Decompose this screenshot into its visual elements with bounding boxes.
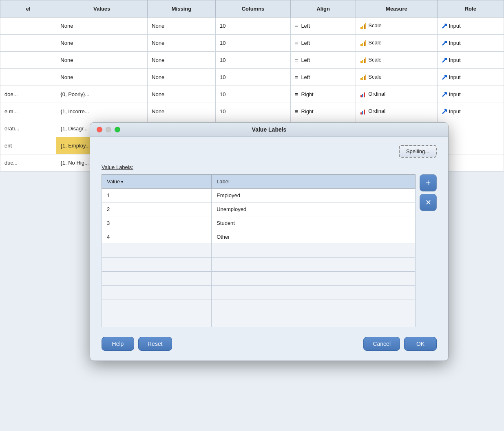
value-row-2[interactable]: 2 Unemployed bbox=[102, 202, 416, 216]
table-area: Value Label 1 Employed 2 Unemployed bbox=[102, 174, 437, 327]
minimize-button[interactable] bbox=[106, 127, 111, 132]
empty-row bbox=[102, 244, 416, 258]
value-cell: 2 bbox=[102, 202, 212, 216]
footer-left-buttons: Help Reset bbox=[102, 337, 172, 351]
value-cell: 3 bbox=[102, 216, 212, 230]
maximize-button[interactable] bbox=[115, 127, 120, 132]
col-header-value[interactable]: Value bbox=[102, 175, 212, 189]
empty-row bbox=[102, 299, 416, 313]
dialog-titlebar: Value Labels bbox=[90, 123, 448, 137]
empty-row bbox=[102, 272, 416, 286]
spelling-button[interactable]: Spelling... bbox=[399, 145, 437, 158]
ok-button[interactable]: OK bbox=[404, 337, 437, 351]
cancel-button[interactable]: Cancel bbox=[363, 337, 400, 351]
footer-right-buttons: Cancel OK bbox=[363, 337, 437, 351]
delete-row-button[interactable]: ✕ bbox=[420, 194, 437, 211]
value-labels-table: Value Label 1 Employed 2 Unemployed bbox=[102, 174, 416, 327]
value-row-4[interactable]: 4 Other bbox=[102, 230, 416, 244]
empty-row bbox=[102, 313, 416, 327]
value-labels-dialog: Value Labels Spelling... Value Labels: V… bbox=[90, 122, 449, 361]
modal-overlay: Value Labels Spelling... Value Labels: V… bbox=[0, 0, 504, 431]
label-cell: Employed bbox=[212, 189, 416, 202]
traffic-lights bbox=[97, 127, 120, 132]
label-cell: Unemployed bbox=[212, 202, 416, 216]
value-cell: 1 bbox=[102, 189, 212, 202]
spelling-row: Spelling... bbox=[102, 145, 437, 158]
col-header-label[interactable]: Label bbox=[212, 175, 416, 189]
add-row-button[interactable]: + bbox=[420, 174, 437, 191]
label-cell: Other bbox=[212, 230, 416, 244]
label-cell: Student bbox=[212, 216, 416, 230]
value-labels-heading: Value Labels: bbox=[102, 164, 437, 170]
dialog-title: Value Labels bbox=[252, 126, 287, 133]
help-button[interactable]: Help bbox=[102, 337, 134, 351]
close-button[interactable] bbox=[97, 127, 102, 132]
empty-row bbox=[102, 286, 416, 299]
value-row-1[interactable]: 1 Employed bbox=[102, 189, 416, 202]
dialog-footer: Help Reset Cancel OK bbox=[90, 337, 448, 361]
dialog-body: Spelling... Value Labels: Value Label bbox=[90, 137, 448, 337]
value-cell: 4 bbox=[102, 230, 212, 244]
table-buttons: + ✕ bbox=[420, 174, 437, 211]
reset-button[interactable]: Reset bbox=[138, 337, 172, 351]
empty-row bbox=[102, 258, 416, 272]
value-row-3[interactable]: 3 Student bbox=[102, 216, 416, 230]
